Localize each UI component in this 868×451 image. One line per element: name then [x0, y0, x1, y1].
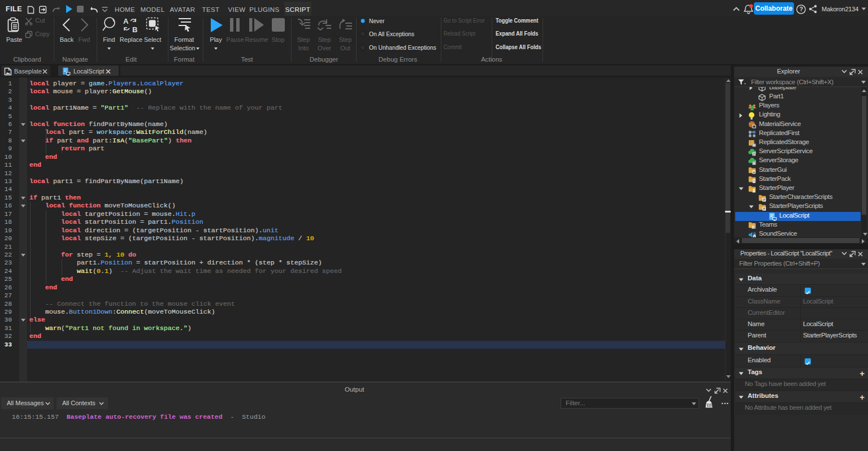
svg-text:B: B	[132, 25, 137, 33]
svg-text:?: ?	[800, 6, 804, 12]
svg-text:A: A	[123, 17, 129, 25]
